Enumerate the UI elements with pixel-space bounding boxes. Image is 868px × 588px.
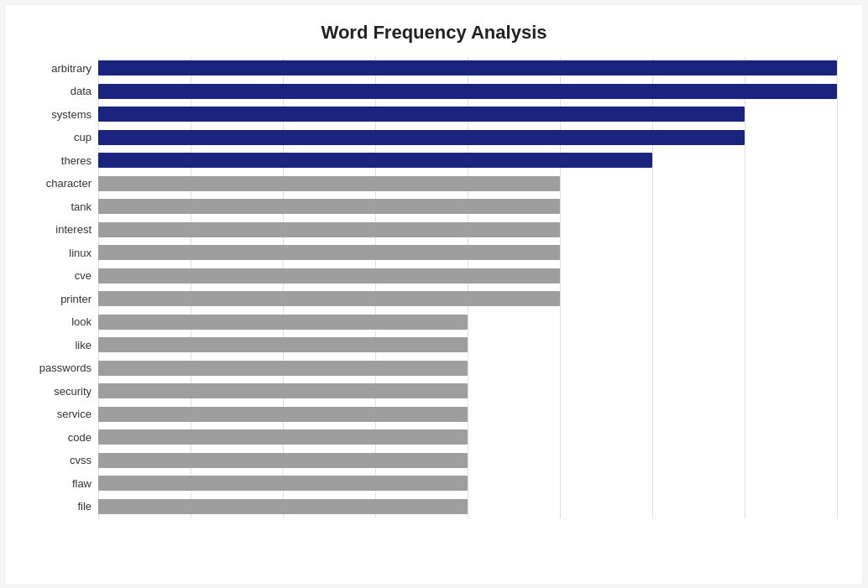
bar (98, 130, 745, 145)
y-label: passwords (39, 362, 92, 373)
bar (98, 176, 560, 191)
bar (98, 476, 468, 491)
y-label: printer (60, 294, 92, 304)
y-label: data (71, 86, 92, 96)
y-label: arbitrary (51, 63, 92, 74)
bar-row (98, 197, 837, 216)
bar-row (98, 359, 837, 377)
y-axis-labels: arbitrarydatasystemscuptherescharacterta… (31, 57, 98, 518)
bar (98, 222, 560, 237)
y-label: interest (55, 224, 92, 235)
bar-row (98, 497, 837, 516)
bar (98, 291, 560, 306)
y-label: file (77, 501, 92, 512)
y-label: linux (69, 247, 92, 258)
bar-row (98, 59, 837, 77)
bar (98, 383, 468, 398)
bars-wrapper (98, 57, 837, 518)
bar (98, 315, 468, 330)
bar (98, 245, 560, 260)
chart-container: Word Frequency Analysis arbitrarydatasys… (6, 5, 862, 584)
bar-row (98, 82, 837, 101)
y-label: cup (74, 132, 92, 143)
y-label: flaw (72, 478, 92, 489)
bar-row (98, 243, 837, 262)
y-label: look (71, 316, 92, 327)
bar (98, 60, 837, 75)
bar-row (98, 267, 837, 285)
bar (98, 429, 468, 445)
y-label: character (46, 178, 92, 189)
chart-title: Word Frequency Analysis (31, 22, 837, 44)
bar (98, 153, 652, 168)
bar-row (98, 336, 837, 354)
bar-row (98, 128, 837, 147)
grid-line (837, 57, 838, 518)
bar (98, 499, 468, 514)
y-label: security (54, 386, 92, 397)
bar-row (98, 428, 837, 446)
bar (98, 361, 468, 376)
y-label: tank (71, 201, 92, 212)
bar-row (98, 451, 837, 470)
bar-row (98, 405, 837, 424)
y-label: code (68, 432, 92, 443)
bar (98, 453, 468, 468)
bar-row (98, 313, 837, 331)
y-label: theres (61, 155, 92, 166)
bar (98, 199, 560, 214)
bar-row (98, 221, 837, 239)
bar-row (98, 474, 837, 492)
bar-row (98, 382, 837, 400)
bar (98, 84, 837, 99)
y-label: like (75, 340, 92, 351)
x-tick-labels: 012345678 (73, 585, 837, 589)
bar-row (98, 174, 837, 193)
bars-and-grid (98, 57, 837, 518)
bar (98, 337, 468, 352)
bar-row (98, 105, 837, 123)
x-axis: 012345678 Frequency (73, 585, 837, 589)
y-label: systems (51, 109, 92, 120)
chart-area: arbitrarydatasystemscuptherescharacterta… (31, 57, 837, 518)
bar-row (98, 151, 837, 169)
bar-row (98, 289, 837, 308)
bar (98, 268, 560, 284)
y-label: service (57, 408, 92, 419)
bar (98, 107, 745, 122)
bar (98, 407, 468, 422)
y-label: cvss (70, 455, 92, 466)
y-label: cve (75, 270, 92, 281)
